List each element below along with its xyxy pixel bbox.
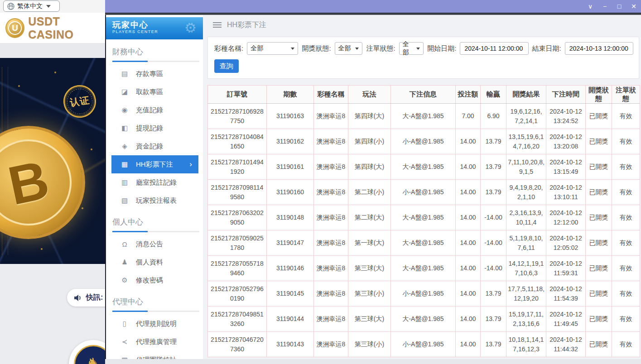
lottery-select[interactable]: 全部 — [247, 42, 298, 55]
table-cell: 澳洲幸运8 — [314, 281, 348, 307]
table-cell: 澳洲幸运8 — [314, 180, 348, 205]
column-header: 訂單號 — [208, 86, 267, 104]
table-row: 215217287055718946031190146澳洲幸运8第三球(大)大-… — [208, 256, 640, 281]
bets-table: 訂單號期數彩種名稱玩法下注信息投注額輸贏開獎結果下注時間開獎狀態注單狀態 215… — [207, 85, 640, 357]
table-cell: 已開獎 — [586, 129, 612, 154]
table-cell: 有效 — [612, 281, 640, 307]
table-cell: 14.00 — [456, 281, 481, 307]
sidebar-item-修改密碼[interactable]: ⚙修改密碼› — [106, 271, 203, 289]
table-cell: 14.00 — [456, 205, 481, 230]
draw-status-select[interactable]: 全部 — [335, 42, 363, 55]
sidebar-item-label: 取款專區 — [136, 88, 163, 96]
table-cell: 澳洲幸运8 — [314, 307, 348, 332]
team-stats-icon: ▩ — [120, 356, 129, 359]
table-cell: 大-A盤@1.985 — [391, 154, 456, 180]
table-cell: 已開獎 — [586, 332, 612, 357]
table-cell: 第二球(大) — [348, 205, 391, 230]
table-cell: 有效 — [612, 154, 640, 180]
table-row: 215217287063202905031190148澳洲幸运8第二球(大)大-… — [208, 205, 640, 230]
language-caret-icon — [46, 5, 51, 8]
column-header: 下注時間 — [546, 86, 586, 104]
table-cell: 2152172870527960190 — [208, 281, 267, 307]
sidebar-item-提現記錄[interactable]: ◧提現記錄› — [106, 119, 203, 137]
column-header: 開獎結果 — [506, 86, 546, 104]
table-cell: -14.00 — [481, 256, 506, 281]
table-cell: 31190162 — [267, 129, 314, 154]
table-cell: 小-A盤@1.985 — [391, 281, 456, 307]
table-header-row: 訂單號期數彩種名稱玩法下注信息投注額輸贏開獎結果下注時間開獎狀態注單狀態 — [208, 86, 640, 104]
table-cell: 9,4,19,8,20,2,1,10 — [506, 180, 546, 205]
end-date-label: 結束日期: — [532, 44, 561, 53]
language-selector[interactable]: 繁体中文 — [3, 0, 60, 12]
page-header: HH彩票下注 — [203, 15, 641, 35]
maximize-icon[interactable]: □ — [612, 0, 627, 13]
gear-icon: ⚙ — [120, 276, 129, 284]
table-cell: 6.90 — [481, 104, 506, 129]
horizontal-scrollbar[interactable] — [105, 359, 641, 364]
window-titlebar: ∨ − □ ✕ — [105, 0, 641, 13]
sidebar-item-資金記錄[interactable]: ◈資金記錄› — [106, 137, 203, 155]
column-header: 投注額 — [456, 86, 481, 104]
recharge-record-icon: ◉ — [120, 106, 129, 114]
sidebar-item-廳室投註記錄[interactable]: ▥廳室投註記錄› — [106, 173, 203, 192]
table-cell: 已開獎 — [586, 230, 612, 256]
withdraw-icon: ◪ — [120, 88, 129, 96]
end-date-input[interactable]: 2024-10-13 12:00:00 — [565, 42, 633, 55]
chevron-down-icon[interactable]: ∨ — [583, 0, 598, 13]
table-cell: 2024-10-12 13:24:52 — [546, 104, 586, 129]
table-cell: 13.79 — [481, 307, 506, 332]
sidebar: 玩家中心 PLAYERS CENTER ⚙︎ 財務中心▤存款專區›◪取款專區›◉… — [105, 15, 203, 359]
order-status-select[interactable]: 全部 — [399, 42, 424, 55]
sidebar-item-充值記錄[interactable]: ◉充值記錄› — [106, 101, 203, 119]
sidebar-item-代理推廣管理[interactable]: ≺代理推廣管理› — [106, 333, 203, 351]
sidebar-section-title: 代理中心 — [112, 297, 203, 307]
bet-report-icon: ▧ — [120, 196, 129, 205]
table-row: 215217287101494192031190161澳洲幸运8第四球(大)大-… — [208, 154, 640, 180]
menu-toggle-icon[interactable] — [213, 22, 222, 28]
minimize-icon[interactable]: − — [598, 0, 612, 13]
sidebar-item-存款專區[interactable]: ▤存款專區› — [106, 65, 203, 83]
table-cell: 大-A盤@1.985 — [391, 205, 456, 230]
sidebar-item-消息公告[interactable]: Ω消息公告› — [106, 235, 203, 253]
table-cell: 14.00 — [456, 230, 481, 256]
lottery-ticket-icon: ▦ — [120, 160, 129, 168]
column-header: 輸贏 — [481, 86, 506, 104]
table-cell: 第一球(大) — [348, 230, 391, 256]
share-icon: ≺ — [120, 338, 129, 346]
table-cell: 14.00 — [456, 332, 481, 357]
table-row: 215217287104084165031190162澳洲幸运8第四球(小)小-… — [208, 129, 640, 154]
table-cell: 13,15,19,6,14,7,16,20 — [506, 129, 546, 154]
table-cell: 2024-10-12 13:10:11 — [546, 180, 586, 205]
table-cell: 2024-10-12 12:05:02 — [546, 230, 586, 256]
close-icon[interactable]: ✕ — [627, 0, 641, 13]
table-cell: 大-A盤@1.985 — [391, 256, 456, 281]
table-cell: 大-A盤@1.985 — [391, 230, 456, 256]
sidebar-item-label: 廳室投註記錄 — [136, 178, 177, 187]
main-content: HH彩票下注 彩種名稱: 全部 開獎狀態: 全部 注單狀態: 全部 開始日期: … — [203, 15, 641, 359]
start-date-input[interactable]: 2024-10-11 12:00:00 — [460, 42, 528, 55]
table-cell: 小-A盤@1.985 — [391, 180, 456, 205]
table-cell: 第四球(小) — [348, 129, 391, 154]
sidebar-item-玩家投注報表[interactable]: ▧玩家投注報表› — [106, 192, 203, 210]
table-row: 215217287059025178031190147澳洲幸运8第一球(大)大-… — [208, 230, 640, 256]
sidebar-item-label: 代理規則說明 — [136, 320, 177, 328]
table-cell: 已開獎 — [586, 104, 612, 129]
sidebar-item-代理團隊統計[interactable]: ▩代理團隊統計› — [106, 351, 203, 359]
table-cell: 2024-10-12 13:15:49 — [546, 154, 586, 180]
table-cell: 有效 — [612, 256, 640, 281]
table-cell: 13.79 — [481, 332, 506, 357]
brand-name: USDT CASINO — [28, 15, 105, 41]
bell-icon: Ω — [120, 240, 129, 248]
brand-coin-icon: U — [5, 18, 24, 38]
sidebar-item-個人資料[interactable]: ♟個人資料› — [106, 253, 203, 271]
table-cell: 第三球(小) — [348, 332, 391, 357]
table-cell: 澳洲幸运8 — [314, 332, 348, 357]
search-button[interactable]: 查詢 — [214, 59, 239, 73]
sidebar-item-代理規則說明[interactable]: ▯代理規則說明› — [106, 315, 203, 333]
sidebar-item-HH彩票下注[interactable]: ▦HH彩票下注› — [111, 155, 198, 173]
order-status-label: 注單狀態: — [366, 44, 395, 53]
filter-panel: 彩種名稱: 全部 開獎狀態: 全部 注單狀態: 全部 開始日期: 2024-10… — [207, 37, 639, 79]
sidebar-item-label: HH彩票下注 — [136, 160, 173, 169]
network-dot — [82, 207, 83, 209]
sidebar-item-取款專區[interactable]: ◪取款專區› — [106, 83, 203, 101]
